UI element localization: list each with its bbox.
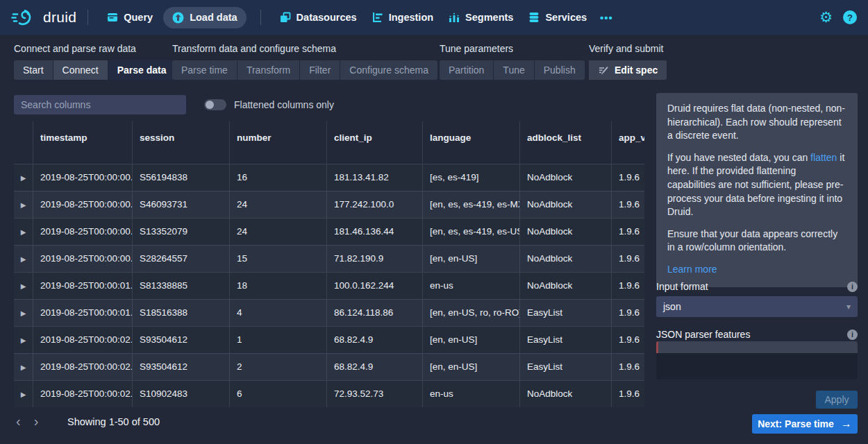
cell-language: [en, es, es-419, es-MX] (422, 191, 519, 218)
cell-timestamp: 2019-08-25T00:00:01.2 (33, 273, 132, 299)
query-icon (107, 12, 118, 23)
row-expander-icon[interactable]: ▶ (14, 381, 33, 407)
row-expander-icon[interactable]: ▶ (14, 191, 33, 218)
cell-client-ip: 181.46.136.44 (326, 219, 422, 245)
flatten-link[interactable]: flatten (810, 152, 837, 163)
row-expander-icon[interactable]: ▶ (14, 219, 33, 245)
brand-name: druid (43, 9, 76, 26)
info-icon[interactable]: i (847, 330, 858, 340)
info-paragraph-2: If you have nested data, you can flatten… (667, 151, 846, 219)
cell-timestamp: 2019-08-25T00:00:02.5 (33, 327, 132, 353)
step-partition[interactable]: Partition (440, 60, 493, 80)
apply-button[interactable]: Apply (816, 391, 858, 409)
nav-item-segments[interactable]: Segments (449, 12, 513, 23)
row-expander-icon[interactable]: ▶ (14, 164, 33, 191)
cell-adblock-list: EasyList (519, 327, 611, 353)
table-row: ▶ 2019-08-25T00:00:02.5 S93504612 2 68.8… (14, 353, 644, 380)
step-parse-data[interactable]: Parse data (108, 60, 176, 80)
step-group-tune: Tune parameters Partition Tune Publish (440, 43, 585, 80)
nav-more-button[interactable]: ••• (600, 12, 613, 24)
help-icon[interactable]: ? (843, 10, 857, 24)
cell-number: 2 (229, 354, 326, 380)
flattened-columns-toggle[interactable] (204, 99, 226, 110)
cell-session: S10902483 (132, 381, 229, 407)
cell-number: 24 (229, 191, 326, 218)
cell-client-ip: 177.242.100.0 (326, 191, 422, 218)
nav-item-label: Load data (190, 12, 237, 23)
search-columns-input[interactable] (14, 95, 186, 114)
input-format-label: Input format (656, 281, 708, 292)
info-paragraph-3: Ensure that your data appears correctly … (667, 228, 846, 255)
row-expander-icon[interactable]: ▶ (14, 327, 33, 353)
cell-app-v: 1.9.6 (611, 164, 644, 191)
prev-page-icon[interactable]: ‹ (16, 413, 21, 429)
step-publish[interactable]: Publish (535, 60, 585, 80)
table-row: ▶ 2019-08-25T00:00:00.0 S46093731 24 177… (14, 191, 644, 218)
nav-right: ⚙ ? (819, 10, 857, 25)
column-header-session[interactable]: session (132, 121, 229, 164)
nav-item-load-data[interactable]: Load data (163, 7, 246, 28)
cell-session: S28264557 (132, 246, 229, 272)
info-paragraph-1: Druid requires flat data (non-nested, no… (667, 102, 846, 143)
cell-session: S46093731 (132, 191, 229, 218)
step-connect[interactable]: Connect (53, 60, 108, 80)
nav-item-ingestion[interactable]: Ingestion (372, 12, 433, 23)
cell-adblock-list: NoAdblock (519, 191, 611, 218)
arrow-right-icon: → (841, 418, 852, 429)
input-format-label-row: Input format i (656, 281, 858, 292)
cell-language: [en, es, es-419, es-US] (422, 219, 519, 245)
cell-adblock-list: NoAdblock (519, 219, 611, 245)
toggle-knob (206, 101, 214, 109)
table-row: ▶ 2019-08-25T00:00:00.9 S28264557 15 71.… (14, 245, 644, 272)
input-format-value: json (663, 301, 681, 312)
nav-item-datasources[interactable]: Datasources (280, 12, 357, 23)
step-edit-spec[interactable]: Edit spec (589, 60, 667, 80)
cell-adblock-list: EasyList (519, 354, 611, 380)
settings-gear-icon[interactable]: ⚙ (819, 10, 833, 25)
next-parse-time-button[interactable]: Next: Parse time → (752, 414, 858, 434)
step-group-connect: Connect and parse raw data Start Connect… (14, 43, 176, 80)
nav-item-label: Services (545, 12, 587, 23)
druid-logo[interactable]: druid (11, 8, 76, 27)
nav-item-label: Ingestion (389, 12, 433, 23)
nav-divider (260, 10, 261, 25)
cell-number: 24 (229, 219, 326, 245)
row-expander-icon[interactable]: ▶ (14, 246, 33, 272)
next-page-icon[interactable]: › (34, 413, 39, 429)
toggle-label: Flattened columns only (234, 99, 334, 110)
step-start[interactable]: Start (14, 60, 53, 80)
row-expander-icon[interactable]: ▶ (14, 354, 33, 380)
cell-session: S56194838 (132, 164, 229, 191)
column-header-timestamp[interactable]: timestamp (33, 121, 132, 164)
nav-item-query[interactable]: Query (107, 12, 153, 23)
column-header-number[interactable]: number (229, 121, 326, 164)
cell-number: 15 (229, 246, 326, 272)
step-tune[interactable]: Tune (494, 60, 533, 80)
tag-input-row (656, 341, 858, 353)
column-header-adblock-list[interactable]: adblock_list (519, 121, 611, 164)
column-header-app-v[interactable]: app_v (611, 121, 644, 164)
column-header-client-ip[interactable]: client_ip (326, 121, 422, 164)
learn-more-link[interactable]: Learn more (667, 264, 717, 275)
cell-timestamp: 2019-08-25T00:00:00.9 (33, 246, 132, 272)
step-group-label: Transform data and configure schema (172, 43, 437, 54)
row-expander-icon[interactable]: ▶ (14, 300, 33, 326)
cell-timestamp: 2019-08-25T00:00:00.0 (33, 191, 132, 218)
column-header-language[interactable]: language (422, 121, 519, 164)
pagination: ‹ › (16, 413, 38, 429)
json-parser-features-input[interactable] (656, 341, 858, 379)
nav-item-services[interactable]: Services (528, 12, 587, 23)
services-icon (528, 12, 540, 23)
cell-language: [en, en-US] (422, 354, 519, 380)
cell-number: 18 (229, 273, 326, 299)
cell-app-v: 1.9.6 (611, 381, 644, 407)
row-expander-icon[interactable]: ▶ (14, 273, 33, 299)
cell-number: 16 (229, 164, 326, 191)
upload-circle-icon (172, 12, 184, 24)
input-format-select[interactable]: json ▾ (656, 296, 858, 317)
step-configure-schema[interactable]: Configure schema (340, 60, 437, 80)
step-filter[interactable]: Filter (300, 60, 340, 80)
info-icon[interactable]: i (847, 282, 858, 292)
step-transform[interactable]: Transform (237, 60, 299, 80)
step-parse-time[interactable]: Parse time (172, 60, 237, 80)
